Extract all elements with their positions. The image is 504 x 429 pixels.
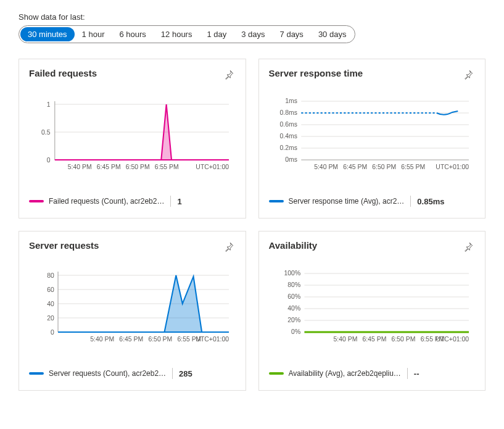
chart-server-response-time[interactable]: 1ms 0.8ms 0.6ms 0.4ms 0.2ms 0ms 5:40 PM …: [269, 92, 476, 178]
svg-text:0ms: 0ms: [285, 156, 297, 163]
svg-text:6:45 PM: 6:45 PM: [97, 164, 121, 170]
svg-text:100%: 100%: [284, 270, 300, 277]
time-range-1day[interactable]: 1 day: [199, 27, 234, 41]
svg-text:0.4ms: 0.4ms: [279, 133, 297, 140]
legend-value: 1: [177, 197, 181, 206]
svg-text:0.8ms: 0.8ms: [279, 109, 297, 116]
svg-text:UTC+01:00: UTC+01:00: [436, 164, 469, 170]
svg-text:6:45 PM: 6:45 PM: [119, 336, 143, 343]
metrics-grid: Failed requests 1 0.5 0 5:40 PM 6:45 PM …: [19, 59, 485, 391]
svg-text:0: 0: [51, 329, 54, 336]
legend-value: 285: [179, 369, 192, 378]
svg-text:80%: 80%: [287, 281, 300, 288]
time-range-30days[interactable]: 30 days: [311, 27, 354, 41]
svg-text:6:45 PM: 6:45 PM: [343, 164, 367, 170]
legend-swatch: [29, 372, 44, 375]
svg-text:6:50 PM: 6:50 PM: [391, 336, 415, 343]
svg-text:6:50 PM: 6:50 PM: [148, 336, 172, 343]
legend-value: 0.85ms: [417, 197, 444, 206]
legend: Server response time (Avg), acr2… 0.85ms: [269, 196, 476, 207]
pin-button[interactable]: [222, 68, 236, 83]
svg-text:0.2ms: 0.2ms: [279, 144, 297, 151]
svg-text:6:55 PM: 6:55 PM: [401, 164, 425, 170]
time-range-1hour[interactable]: 1 hour: [75, 27, 112, 41]
svg-text:40%: 40%: [287, 305, 300, 312]
chart-server-requests[interactable]: 80 60 40 20 0 5:40 PM 6:45 PM 6:50 PM 6:…: [29, 264, 236, 351]
legend: Server requests (Count), acr2eb2… 285: [29, 368, 236, 379]
time-range-3days[interactable]: 3 days: [234, 27, 272, 41]
legend: Failed requests (Count), acr2eb2… 1: [29, 196, 236, 207]
svg-text:UTC+01:00: UTC+01:00: [196, 336, 229, 343]
svg-text:40: 40: [47, 301, 54, 307]
legend-label: Server response time (Avg), acr2…: [289, 197, 405, 206]
svg-text:5:40 PM: 5:40 PM: [68, 164, 92, 170]
tile-title: Server requests: [29, 240, 99, 251]
svg-text:5:40 PM: 5:40 PM: [314, 164, 338, 170]
pin-button[interactable]: [461, 240, 475, 256]
legend-swatch: [29, 200, 44, 202]
svg-text:6:50 PM: 6:50 PM: [126, 164, 150, 170]
svg-text:1: 1: [47, 101, 51, 108]
tile-server-response-time: Server response time 1ms 0.8ms 0.6ms 0.4…: [258, 59, 486, 219]
pin-icon: [223, 69, 234, 80]
svg-text:6:55 PM: 6:55 PM: [155, 164, 179, 170]
chart-availability[interactable]: 100% 80% 60% 40% 20% 0% 5:40 PM 6:45 PM …: [269, 264, 476, 351]
svg-text:6:45 PM: 6:45 PM: [362, 336, 386, 343]
tile-failed-requests: Failed requests 1 0.5 0 5:40 PM 6:45 PM …: [19, 59, 246, 219]
svg-text:60: 60: [47, 286, 54, 293]
time-range-12hours[interactable]: 12 hours: [154, 27, 200, 41]
svg-text:20: 20: [47, 315, 54, 322]
legend-value: --: [414, 369, 419, 378]
svg-text:0: 0: [47, 157, 51, 164]
chart-failed-requests[interactable]: 1 0.5 0 5:40 PM 6:45 PM 6:50 PM 6:55 PM …: [29, 92, 236, 178]
time-range-30min[interactable]: 30 minutes: [20, 27, 75, 41]
tile-availability: Availability 100% 80% 60% 40% 20% 0% 5:4…: [258, 231, 486, 391]
tile-title: Failed requests: [29, 68, 97, 78]
legend-label: Availability (Avg), acr2eb2qepliu…: [289, 369, 401, 378]
legend-swatch: [269, 200, 284, 202]
svg-text:60%: 60%: [287, 293, 300, 300]
tile-title: Server response time: [269, 68, 363, 78]
svg-text:20%: 20%: [287, 317, 300, 323]
svg-text:6:50 PM: 6:50 PM: [372, 164, 396, 170]
time-range-label: Show data for last:: [19, 12, 485, 22]
svg-text:5:40 PM: 5:40 PM: [90, 336, 114, 343]
tile-title: Availability: [269, 240, 318, 251]
legend: Availability (Avg), acr2eb2qepliu… --: [269, 368, 476, 379]
svg-text:80: 80: [47, 272, 54, 279]
pin-button[interactable]: [461, 68, 475, 83]
pin-icon: [463, 241, 474, 252]
svg-text:0%: 0%: [291, 328, 300, 335]
time-range-7days[interactable]: 7 days: [273, 27, 311, 41]
tile-server-requests: Server requests 80 60 40 20 0 5:40 PM 6:…: [19, 231, 246, 391]
legend-label: Failed requests (Count), acr2eb2…: [49, 197, 164, 206]
pin-button[interactable]: [222, 240, 236, 256]
pin-icon: [463, 69, 474, 80]
svg-text:0.6ms: 0.6ms: [279, 121, 297, 128]
svg-text:UTC+01:00: UTC+01:00: [436, 336, 469, 343]
legend-label: Server requests (Count), acr2eb2…: [49, 369, 166, 378]
pin-icon: [223, 241, 234, 252]
legend-swatch: [269, 372, 284, 375]
svg-text:UTC+01:00: UTC+01:00: [196, 164, 229, 170]
svg-text:1ms: 1ms: [285, 98, 297, 104]
time-range-6hours[interactable]: 6 hours: [112, 27, 153, 41]
svg-text:0.5: 0.5: [41, 129, 51, 136]
time-range-selector: 30 minutes 1 hour 6 hours 12 hours 1 day…: [19, 25, 355, 43]
svg-text:5:40 PM: 5:40 PM: [333, 336, 357, 343]
